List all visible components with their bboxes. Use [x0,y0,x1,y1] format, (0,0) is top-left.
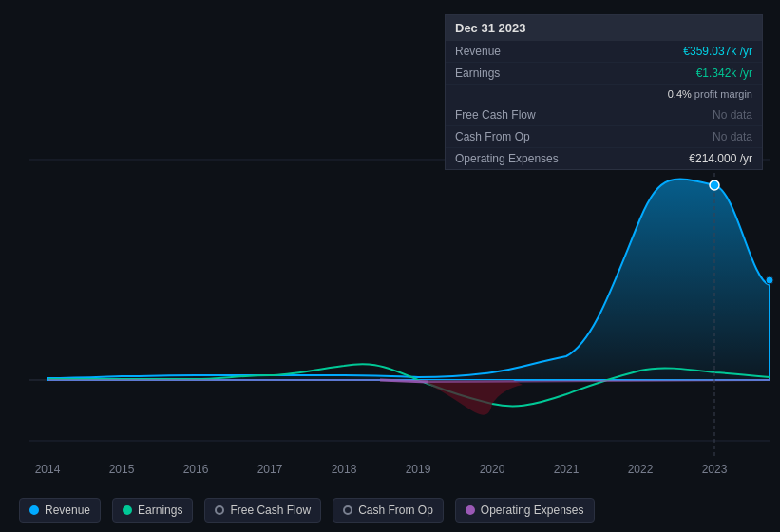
svg-text:2021: 2021 [554,463,580,476]
earnings-dot [123,505,132,515]
legend-cash-from-op[interactable]: Cash From Op [333,498,444,522]
legend-earnings[interactable]: Earnings [112,498,193,522]
legend-revenue[interactable]: Revenue [19,498,101,522]
chart-legend: Revenue Earnings Free Cash Flow Cash Fro… [19,498,595,522]
cash-from-op-dot [343,505,352,515]
svg-line-5 [380,380,428,382]
legend-operating-expenses[interactable]: Operating Expenses [455,498,595,522]
free-cash-flow-dot [215,505,224,515]
svg-point-8 [710,180,719,190]
legend-free-cash-flow-label: Free Cash Flow [230,504,311,517]
tooltip-profit-margin: 0.4% profit margin [446,85,762,104]
operating-expenses-dot [466,505,475,515]
svg-text:2023: 2023 [702,463,728,476]
tooltip-cash-from-op: Cash From Op No data [446,126,762,148]
legend-operating-expenses-label: Operating Expenses [481,504,584,517]
legend-earnings-label: Earnings [138,504,182,517]
revenue-dot [29,505,39,515]
svg-point-9 [766,276,773,284]
svg-text:2022: 2022 [628,463,654,476]
legend-revenue-label: Revenue [45,504,90,517]
svg-text:2014: 2014 [35,463,61,476]
svg-text:2018: 2018 [332,463,357,476]
chart-container: Dec 31 2023 Revenue €359.037k /yr Earnin… [0,0,780,532]
svg-text:2019: 2019 [406,463,431,476]
tooltip-date: Dec 31 2023 [446,15,762,41]
tooltip-earnings: Earnings €1.342k /yr [446,63,762,85]
tooltip-revenue: Revenue €359.037k /yr [446,41,762,63]
svg-text:2020: 2020 [480,463,505,476]
tooltip-box: Dec 31 2023 Revenue €359.037k /yr Earnin… [445,14,763,170]
tooltip-operating-expenses: Operating Expenses €214.000 /yr [446,148,762,169]
svg-text:2017: 2017 [257,463,283,476]
svg-text:2015: 2015 [109,463,135,476]
legend-free-cash-flow[interactable]: Free Cash Flow [204,498,321,522]
svg-text:2016: 2016 [183,463,209,476]
tooltip-free-cash-flow: Free Cash Flow No data [446,104,762,126]
legend-cash-from-op-label: Cash From Op [358,504,433,517]
